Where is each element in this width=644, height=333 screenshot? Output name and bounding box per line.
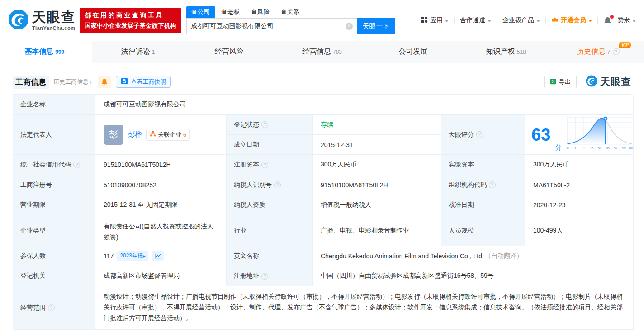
tianyancha-logo[interactable]: 天眼查 TianYanCha.com [8, 9, 76, 32]
tab-intellectual-property[interactable]: 知识产权 518 [460, 41, 552, 63]
export-button[interactable]: 导出 [544, 76, 577, 88]
tianyancha-logo-icon [8, 9, 29, 32]
arrow-right-icon: ▸ [143, 253, 146, 259]
taxpayer-id-label-text: 纳税人识别号 [234, 181, 272, 189]
slogan-line1: 都在用的商业查询工具 [85, 11, 176, 19]
help-icon[interactable]: ? [476, 131, 483, 138]
brand-slogan: 都在用的商业查询工具 国家中小企业发展子基金旗下机构 [80, 8, 181, 33]
reg-capital-value: 300万人民币 [313, 155, 441, 175]
search-tab-boss[interactable]: 查老板 [216, 6, 245, 18]
help-icon[interactable]: ? [613, 48, 620, 55]
taxpayer-id-value: 91510100MA61T50L2H [313, 175, 441, 195]
reg-capital-label-text: 注册资本 [234, 161, 259, 169]
staff-size-label: 人员规模 [441, 215, 525, 246]
paid-capital-label: 实缴资本 [441, 155, 525, 175]
legal-rep-label: 法定代表人 [13, 115, 95, 155]
help-icon[interactable]: ? [261, 162, 268, 168]
menu-apps-label: 应用 [430, 16, 443, 24]
score-unit: 分 [555, 143, 562, 152]
view-snapshot-button[interactable]: 查看工商快照 [116, 76, 171, 88]
paid-capital-value: 300万人民币 [525, 155, 634, 175]
menu-partner[interactable]: 合作通道 [460, 16, 491, 24]
related-companies-badge[interactable]: 关联企业 6 [146, 129, 190, 141]
business-scope-value: 动漫设计；动漫衍生品设计；广播电视节目制作（未取得相关行政许可（审批），不得开展… [95, 286, 634, 330]
business-scope-label-text: 经营范围 [20, 304, 46, 312]
clear-search-icon[interactable]: × [346, 23, 353, 30]
help-icon[interactable]: ? [274, 181, 281, 188]
svg-text:100: 100 [629, 147, 634, 150]
slogan-line2: 国家中小企业发展子基金旗下机构 [85, 22, 176, 30]
vip-badge: VIP [619, 42, 631, 48]
menu-partner-label: 合作通道 [460, 16, 485, 24]
tyc-score-cell[interactable]: 63 分 [525, 115, 634, 155]
tab-label: 公司发展 [398, 47, 427, 57]
help-icon[interactable]: ? [261, 121, 268, 128]
top-menu: 应用 合作通道 企业级产品 开通会员 费米 [421, 16, 636, 25]
history-business-info-link[interactable]: 历史工商信息 › [53, 78, 91, 86]
svg-text:15: 15 [590, 147, 593, 150]
reg-status-value: 存续 [313, 115, 441, 135]
tab-operation-info[interactable]: 经营信息 783 [276, 41, 368, 63]
tab-legal-litigation[interactable]: 法律诉讼 1 [92, 41, 184, 63]
help-icon[interactable]: ? [489, 181, 496, 188]
legal-rep-name-link[interactable]: 彭桦 [128, 130, 142, 139]
reg-status-label: 登记状态 ? [227, 115, 313, 135]
tab-company-development[interactable]: 公司发展 [368, 41, 460, 63]
export-label: 导出 [559, 78, 571, 86]
top-bar: 天眼查 TianYanCha.com 都在用的商业查询工具 国家中小企业发展子基… [0, 0, 644, 41]
tab-history-info[interactable]: VIP 历史信息 7 ? [552, 41, 644, 63]
staff-size-value: 100-499人 [525, 215, 634, 246]
company-name-label: 企业名称 [13, 95, 95, 115]
menu-user[interactable]: 费米 [617, 16, 636, 24]
business-term-value: 2015-12-31 至 无固定期限 [95, 195, 227, 215]
help-icon[interactable]: ? [261, 273, 268, 280]
reg-number-value: 510109000708252 [95, 175, 227, 195]
annual-report-label: 2023年报 [120, 252, 143, 260]
apps-grid-icon [421, 16, 428, 24]
tab-count: 7 [607, 49, 611, 55]
excel-icon [550, 78, 556, 86]
svg-text:50: 50 [598, 147, 601, 150]
chevron-down-icon [488, 20, 491, 22]
tab-operation-risk[interactable]: 经营风险 [184, 41, 276, 63]
english-name-cell: Chengdu Kekedou Animation Film and Telev… [313, 246, 634, 266]
company-name-value: 成都可可豆动画影视有限公司 [95, 95, 634, 115]
history-link-label: 历史工商信息 [53, 78, 89, 86]
tab-count: 999+ [55, 49, 67, 55]
tab-basic-info[interactable]: 基本信息 999+ [0, 41, 92, 63]
help-icon[interactable]: ? [73, 162, 80, 168]
tab-label: 知识产权 [486, 47, 515, 57]
tyc-score-label-text: 天眼评分 [449, 131, 474, 139]
chevron-down-icon [445, 20, 449, 22]
notification-bell-icon[interactable] [603, 16, 612, 25]
tianyancha-watermark: 天眼查 [586, 75, 631, 89]
english-name-value: Chengdu Kekedou Animation Film and Telev… [321, 252, 482, 260]
svg-text:97: 97 [614, 147, 618, 150]
crown-icon [551, 17, 559, 24]
legal-rep-avatar[interactable]: 彭 [104, 125, 123, 145]
search-tab-relation[interactable]: 查关系 [276, 6, 305, 18]
reg-number-label: 工商注册号 [13, 175, 95, 195]
search-tab-company[interactable]: 查公司 [186, 6, 215, 18]
menu-divider [545, 17, 546, 24]
search-button[interactable]: 天眼一下 [357, 18, 395, 34]
menu-enterprise[interactable]: 企业级产品 [502, 16, 540, 24]
camera-icon [121, 78, 128, 86]
trend-chart-icon[interactable] [152, 251, 164, 261]
svg-text:85: 85 [606, 147, 610, 150]
monitor-bell-button[interactable] [98, 76, 111, 88]
annual-report-badge[interactable]: 2023年报 ▸ [117, 251, 148, 261]
reg-authority-label: 登记机关 [13, 266, 95, 286]
help-icon[interactable]: ? [48, 304, 55, 311]
org-code-label-text: 组织机构代码 [449, 181, 487, 189]
approval-date-label: 核准日期 [441, 195, 525, 215]
search-tab-risk[interactable]: 查风险 [246, 6, 275, 18]
tab-label: 经营风险 [215, 47, 244, 57]
org-code-value: MA61T50L-2 [525, 175, 634, 195]
menu-open-vip[interactable]: 开通会员 [551, 16, 592, 24]
tyc-score-label: 天眼评分 ? [441, 115, 525, 155]
menu-apps[interactable]: 应用 [421, 16, 449, 24]
industry-value: 广播、电视、电影和录音制作业 [313, 215, 441, 246]
industry-label: 行业 [227, 215, 313, 246]
search-input[interactable] [186, 18, 357, 34]
